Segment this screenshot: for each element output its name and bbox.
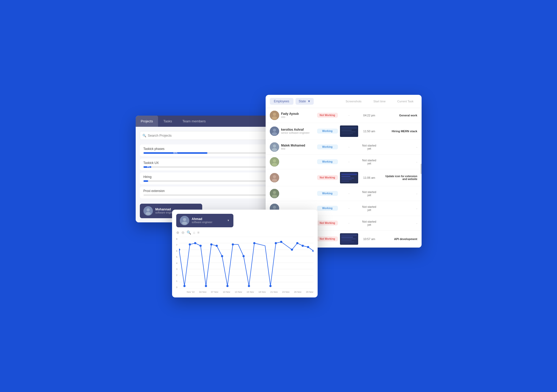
dropdown-icon-2[interactable]: ▼	[227, 219, 230, 222]
data-point	[189, 243, 191, 245]
chart-area: 8 7 6 5 4 3 2 1 0	[176, 237, 313, 293]
data-point	[275, 242, 277, 244]
data-point	[226, 285, 228, 287]
home-icon[interactable]: ⌂	[193, 230, 195, 235]
screenshot: -	[340, 160, 358, 164]
status-badge: Not Working	[317, 175, 338, 180]
screenshot-thumb	[340, 172, 358, 183]
svg-point-18	[272, 116, 277, 119]
data-point	[269, 285, 271, 287]
status-badge: Working	[317, 129, 338, 134]
employees-tab[interactable]: Employees	[270, 98, 293, 105]
progress-bar-fill: 5%	[143, 166, 151, 168]
svg-rect-61	[341, 240, 352, 241]
state-dropdown[interactable]: State ▼	[296, 98, 314, 105]
menu-icon[interactable]: ≡	[197, 230, 199, 235]
employee-row[interactable]: kerollos Ashraf senior software engineer…	[266, 123, 422, 140]
screenshot: -	[340, 207, 358, 210]
current-task: -	[381, 145, 417, 149]
svg-rect-24	[341, 130, 352, 131]
tab-tasks[interactable]: Tasks	[158, 116, 177, 127]
start-time: Not started yet	[360, 190, 378, 197]
status-badge: Not Working	[317, 236, 338, 241]
svg-rect-40	[341, 176, 350, 177]
current-task: API development	[381, 237, 417, 241]
member-info-2: Ahmad software engineer	[192, 217, 225, 224]
x-axis-labels: Nov '22 04 Nov 07 Nov 10 Nov 13 Nov 15 N…	[179, 290, 313, 293]
main-wrapper: Projects Tasks Team members 🔍	[136, 95, 422, 297]
status-badge: Working	[317, 206, 338, 211]
search-icon: 🔍	[142, 134, 146, 137]
progress-bar-fill	[143, 180, 148, 182]
svg-point-6	[182, 222, 187, 225]
screenshot-preview-2	[340, 172, 358, 183]
svg-point-29	[273, 144, 276, 148]
svg-rect-60	[341, 238, 356, 239]
project-name: Hiring	[143, 175, 152, 179]
svg-point-45	[273, 191, 276, 194]
scroll-indicator[interactable]	[421, 164, 422, 174]
employee-row[interactable]: Fady Ayoub ceo Not Working - 04:22 pm Ge…	[266, 108, 422, 123]
chart-panel: Ahmad software engineer ▼ ⊕ ⊖ 🔍 ⌂ ≡ 8 7 …	[172, 210, 318, 297]
status-badge: Working	[317, 191, 338, 196]
svg-rect-43	[341, 181, 349, 182]
svg-rect-39	[341, 174, 357, 175]
x-label: Nov '22	[187, 291, 195, 293]
current-task: -	[381, 222, 417, 225]
svg-point-3	[146, 212, 151, 215]
current-task: -	[381, 207, 417, 210]
employee-row[interactable]: Working - Not started yet -	[266, 155, 422, 169]
svg-point-30	[272, 148, 277, 151]
avatar	[270, 189, 279, 198]
state-label: State	[299, 99, 306, 103]
employee-row[interactable]: Working - Not started yet -	[266, 186, 422, 201]
chart-line	[179, 242, 313, 286]
y-label: 5	[176, 256, 178, 258]
data-point	[232, 243, 234, 245]
emp-title: test	[281, 147, 315, 150]
x-label: 13 Nov	[235, 291, 242, 293]
tab-team-members[interactable]: Team members	[177, 116, 211, 127]
tab-projects[interactable]: Projects	[136, 116, 158, 127]
avatar	[270, 142, 279, 152]
svg-point-17	[273, 113, 276, 116]
progress-label: 5%	[147, 166, 150, 168]
current-task: Update icon for extension and website	[381, 175, 417, 181]
employee-row[interactable]: Not Working 11:06 am Update icon for ext…	[266, 169, 422, 186]
x-label: 10 Nov	[223, 291, 230, 293]
data-point	[307, 246, 309, 248]
y-label: 0	[176, 286, 178, 289]
avatar-1	[143, 206, 153, 216]
y-label: 7	[176, 244, 178, 246]
employee-row[interactable]: Malek Mohamed test Working - Not started…	[266, 140, 422, 155]
svg-point-21	[272, 132, 277, 135]
member-name-2: Ahmad	[192, 217, 225, 221]
data-point	[183, 285, 185, 287]
avatar-icon-1	[143, 206, 153, 216]
x-label: 26 Nov	[294, 291, 302, 293]
avatar-img	[270, 173, 279, 182]
svg-point-46	[272, 195, 277, 198]
status-badge: Working	[317, 159, 338, 164]
y-axis-labels: 8 7 6 5 4 3 2 1 0	[176, 237, 179, 289]
zoom-out-icon[interactable]: ⊖	[181, 230, 185, 235]
svg-rect-62	[341, 242, 354, 242]
x-label: 21 Nov	[270, 291, 278, 293]
data-point	[248, 285, 250, 287]
chart-svg-wrapper: Nov '22 04 Nov 07 Nov 10 Nov 13 Nov 15 N…	[179, 237, 313, 293]
zoom-icon[interactable]: 🔍	[187, 230, 191, 235]
y-label: 3	[176, 268, 178, 270]
status-badge: Not Working	[317, 113, 338, 118]
data-point	[179, 249, 180, 251]
status-badge: Not Working	[317, 221, 338, 225]
screenshot: -	[340, 114, 358, 117]
svg-rect-23	[341, 127, 357, 129]
data-point	[243, 255, 245, 257]
zoom-in-icon[interactable]: ⊕	[176, 230, 179, 235]
x-label: 15 Nov	[247, 291, 254, 293]
data-point	[291, 249, 293, 251]
emp-info: Fady Ayoub ceo	[281, 112, 315, 118]
chart-member-card[interactable]: Ahmad software engineer ▼	[176, 214, 233, 227]
avatar-icon-2	[180, 216, 189, 225]
start-time: 11:50 am	[360, 130, 378, 133]
